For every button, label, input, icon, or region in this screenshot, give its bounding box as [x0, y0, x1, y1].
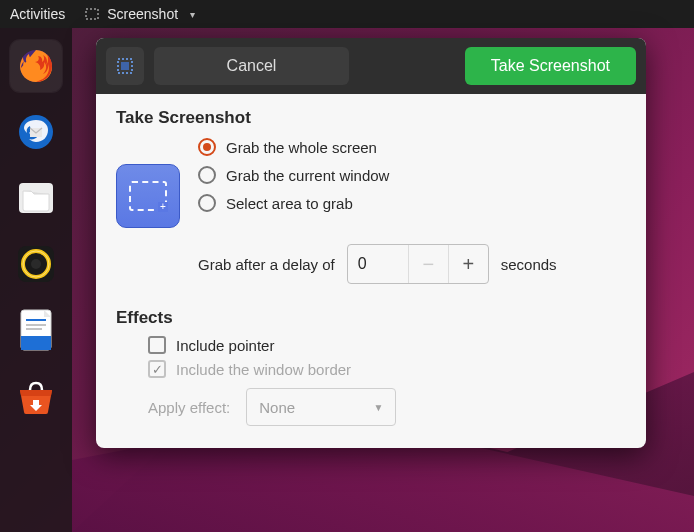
dock-writer-icon[interactable] — [10, 304, 62, 356]
radio-current-window[interactable]: Grab the current window — [198, 166, 389, 184]
top-bar: Activities Screenshot ▾ — [0, 0, 694, 28]
titlebar: Cancel Take Screenshot — [96, 38, 646, 94]
dock-rhythmbox-icon[interactable] — [10, 238, 62, 290]
svg-rect-9 — [21, 336, 51, 350]
include-border-checkbox: Include the window border — [148, 360, 626, 378]
apply-effect-combobox: None ▼ — [246, 388, 396, 426]
svg-rect-0 — [86, 9, 98, 19]
dock-firefox-icon[interactable] — [10, 40, 62, 92]
screenshot-large-icon: + — [116, 164, 180, 228]
delay-increment-button[interactable]: + — [448, 245, 488, 283]
delay-decrement-button[interactable]: − — [408, 245, 448, 283]
include-pointer-checkbox[interactable]: Include pointer — [148, 336, 626, 354]
delay-label-suffix: seconds — [501, 256, 557, 273]
delay-label-prefix: Grab after a delay of — [198, 256, 335, 273]
select-region-titlebar-button[interactable] — [106, 47, 144, 85]
checkbox-label: Include pointer — [176, 337, 274, 354]
radio-indicator-icon — [198, 166, 216, 184]
screenshot-window: Cancel Take Screenshot Take Screenshot +… — [96, 38, 646, 448]
chevron-down-icon: ▼ — [373, 402, 383, 413]
delay-value[interactable]: 0 — [348, 245, 408, 283]
section-heading: Take Screenshot — [116, 108, 626, 128]
apply-effect-label: Apply effect: — [148, 399, 230, 416]
effects-heading: Effects — [116, 308, 626, 328]
delay-spinbutton[interactable]: 0 − + — [347, 244, 489, 284]
window-content: Take Screenshot + Grab the whole screen … — [96, 94, 646, 448]
take-screenshot-button[interactable]: Take Screenshot — [465, 47, 636, 85]
checkbox-icon — [148, 360, 166, 378]
radio-label: Grab the whole screen — [226, 139, 377, 156]
checkbox-icon — [148, 336, 166, 354]
radio-whole-screen[interactable]: Grab the whole screen — [198, 138, 389, 156]
dock — [0, 28, 72, 532]
dock-files-icon[interactable] — [10, 172, 62, 224]
app-menu[interactable]: Screenshot ▾ — [85, 6, 195, 22]
radio-indicator-icon — [198, 138, 216, 156]
svg-point-6 — [31, 259, 41, 269]
dock-software-icon[interactable] — [10, 370, 62, 422]
app-menu-label: Screenshot — [107, 6, 178, 22]
chevron-down-icon: ▾ — [190, 9, 195, 20]
screenshot-app-icon — [85, 7, 99, 21]
radio-select-area[interactable]: Select area to grab — [198, 194, 389, 212]
radio-label: Grab the current window — [226, 167, 389, 184]
cancel-button[interactable]: Cancel — [154, 47, 349, 85]
radio-label: Select area to grab — [226, 195, 353, 212]
dock-thunderbird-icon[interactable] — [10, 106, 62, 158]
activities-button[interactable]: Activities — [10, 6, 65, 22]
radio-indicator-icon — [198, 194, 216, 212]
checkbox-label: Include the window border — [176, 361, 351, 378]
combobox-value: None — [259, 399, 295, 416]
svg-rect-14 — [121, 62, 129, 70]
